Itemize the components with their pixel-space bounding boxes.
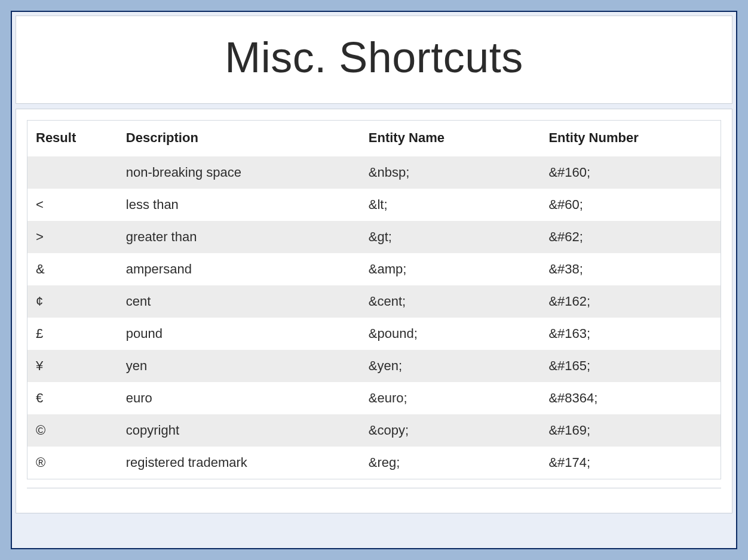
cell-result: ¢ <box>27 285 118 318</box>
table-row: £ pound &pound; &#163; <box>27 318 721 350</box>
cell-entity-number: &#165; <box>540 350 721 382</box>
cell-entity-number: &#162; <box>540 285 721 318</box>
slide-outer: Misc. Shortcuts Result Description <box>0 0 748 560</box>
cell-result: ¥ <box>27 350 118 382</box>
entity-table-wrap: Result Description Entity Name Entity Nu… <box>27 120 721 479</box>
cell-entity-name: &cent; <box>360 285 541 318</box>
cell-description: euro <box>118 382 360 414</box>
table-header-row: Result Description Entity Name Entity Nu… <box>27 121 721 156</box>
cell-description: copyright <box>118 414 360 447</box>
th-entity-name: Entity Name <box>360 121 541 156</box>
table-row: & ampersand &amp; &#38; <box>27 253 721 285</box>
cell-description: yen <box>118 350 360 382</box>
cell-result: € <box>27 382 118 414</box>
title-panel: Misc. Shortcuts <box>16 16 732 104</box>
page-title: Misc. Shortcuts <box>28 33 720 82</box>
cell-entity-number: &#160; <box>540 156 721 189</box>
cell-entity-number: &#169; <box>540 414 721 447</box>
cell-entity-number: &#174; <box>540 447 721 479</box>
panel-gap <box>16 104 732 109</box>
table-footer-strip <box>27 488 721 506</box>
table-head: Result Description Entity Name Entity Nu… <box>27 121 721 156</box>
cell-description: ampersand <box>118 253 360 285</box>
cell-entity-name: &euro; <box>360 382 541 414</box>
cell-result: £ <box>27 318 118 350</box>
th-description: Description <box>118 121 360 156</box>
th-entity-number: Entity Number <box>540 121 721 156</box>
cell-description: cent <box>118 285 360 318</box>
cell-description: pound <box>118 318 360 350</box>
cell-entity-name: &copy; <box>360 414 541 447</box>
table-row: > greater than &gt; &#62; <box>27 221 721 253</box>
cell-entity-name: &gt; <box>360 221 541 253</box>
table-row: ¥ yen &yen; &#165; <box>27 350 721 382</box>
cell-entity-name: &amp; <box>360 253 541 285</box>
table-row: © copyright &copy; &#169; <box>27 414 721 447</box>
cell-result: ® <box>27 447 118 479</box>
entity-table: Result Description Entity Name Entity Nu… <box>27 121 721 479</box>
cell-result <box>27 156 118 189</box>
table-row: € euro &euro; &#8364; <box>27 382 721 414</box>
slide-frame: Misc. Shortcuts Result Description <box>11 11 737 549</box>
cell-entity-number: &#60; <box>540 189 721 221</box>
cell-result: © <box>27 414 118 447</box>
table-body: non-breaking space &nbsp; &#160; < less … <box>27 156 721 479</box>
cell-entity-number: &#62; <box>540 221 721 253</box>
th-result: Result <box>27 121 118 156</box>
table-row: non-breaking space &nbsp; &#160; <box>27 156 721 189</box>
cell-result: & <box>27 253 118 285</box>
cell-entity-name: &reg; <box>360 447 541 479</box>
table-row: ¢ cent &cent; &#162; <box>27 285 721 318</box>
table-panel: Result Description Entity Name Entity Nu… <box>16 109 732 513</box>
table-row: < less than &lt; &#60; <box>27 189 721 221</box>
cell-entity-name: &pound; <box>360 318 541 350</box>
cell-entity-number: &#38; <box>540 253 721 285</box>
cell-description: non-breaking space <box>118 156 360 189</box>
cell-description: greater than <box>118 221 360 253</box>
cell-result: < <box>27 189 118 221</box>
cell-entity-number: &#8364; <box>540 382 721 414</box>
cell-description: registered trademark <box>118 447 360 479</box>
cell-entity-name: &nbsp; <box>360 156 541 189</box>
cell-entity-number: &#163; <box>540 318 721 350</box>
cell-entity-name: &yen; <box>360 350 541 382</box>
cell-description: less than <box>118 189 360 221</box>
table-row: ® registered trademark &reg; &#174; <box>27 447 721 479</box>
cell-result: > <box>27 221 118 253</box>
cell-entity-name: &lt; <box>360 189 541 221</box>
